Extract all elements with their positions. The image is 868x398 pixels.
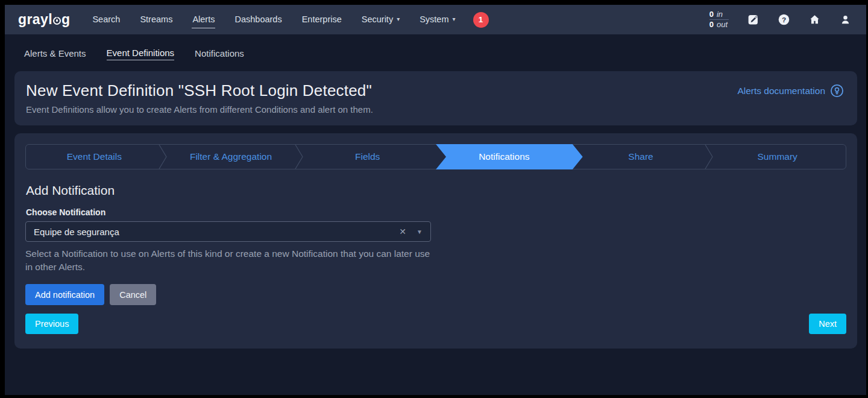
logo-target-o-icon <box>53 17 61 25</box>
wizard-step-event-details[interactable]: Event Details <box>26 145 163 169</box>
user-icon[interactable] <box>839 13 852 26</box>
nav-item-dashboards[interactable]: Dashboards <box>234 11 282 28</box>
add-notification-button[interactable]: Add notification <box>25 284 104 305</box>
step-separator-chevron <box>295 145 303 169</box>
help-icon[interactable]: ? <box>778 13 790 26</box>
wizard-steps-bar: Event Details Filter & Aggregation Field… <box>25 144 846 169</box>
wizard-step-fields[interactable]: Fields <box>299 145 436 169</box>
wizard-step-notifications[interactable]: Notifications <box>436 145 573 169</box>
clear-icon[interactable]: ✕ <box>399 227 406 236</box>
main-nav: Search Streams Alerts Dashboards Enterpr… <box>92 11 456 28</box>
step-separator-chevron <box>159 145 167 169</box>
nav-item-system[interactable]: System▾ <box>419 11 456 28</box>
throughput-in: 0in <box>709 10 729 20</box>
logo-text-suffix: g <box>61 11 70 28</box>
graylog-logo[interactable]: graylg <box>18 11 70 28</box>
notification-help-text: Select a Notification to use on Alerts o… <box>25 247 434 274</box>
notification-select[interactable]: Equipe de segurança ✕ ▼ <box>25 221 431 242</box>
next-step-button[interactable]: Next <box>809 314 846 334</box>
nav-item-enterprise[interactable]: Enterprise <box>301 11 342 28</box>
wizard-step-summary[interactable]: Summary <box>709 145 846 169</box>
choose-notification-label: Choose Notification <box>26 207 846 217</box>
subnav-item-event-definitions[interactable]: Event Definitions <box>107 48 175 60</box>
top-navbar: graylg Search Streams Alerts Dashboards … <box>5 5 866 34</box>
wizard-pager-row: Previous Next <box>25 314 846 334</box>
subnav-item-notifications[interactable]: Notifications <box>195 48 244 60</box>
lightbulb-icon <box>830 84 844 98</box>
edit-icon[interactable] <box>747 13 760 26</box>
form-buttons-row: Add notification Cancel <box>25 284 846 305</box>
dropdown-arrow-icon[interactable]: ▼ <box>417 229 423 235</box>
notification-count-badge[interactable]: 1 <box>473 12 489 28</box>
throughput-indicator: 0in 0out <box>709 10 729 30</box>
event-definition-wizard-panel: Event Details Filter & Aggregation Field… <box>14 133 857 349</box>
nav-item-alerts[interactable]: Alerts <box>192 11 215 28</box>
caret-down-icon: ▾ <box>397 16 400 22</box>
previous-step-button[interactable]: Previous <box>25 314 78 334</box>
home-icon[interactable] <box>808 13 821 26</box>
nav-item-security[interactable]: Security▾ <box>361 11 400 28</box>
nav-item-streams[interactable]: Streams <box>139 11 173 28</box>
wizard-step-filter-aggregation[interactable]: Filter & Aggregation <box>163 145 300 169</box>
svg-text:?: ? <box>782 16 786 24</box>
alerts-documentation-link[interactable]: Alerts documentation <box>737 84 844 98</box>
caret-down-icon: ▾ <box>453 16 456 22</box>
cancel-button[interactable]: Cancel <box>110 284 156 305</box>
page-header-panel: New Event Definition "SSH Root Login Det… <box>14 71 857 125</box>
alerts-subnav: Alerts & Events Event Definitions Notifi… <box>5 34 866 71</box>
page-title: New Event Definition "SSH Root Login Det… <box>26 81 844 100</box>
section-heading: Add Notification <box>26 183 846 198</box>
nav-item-search[interactable]: Search <box>92 11 121 28</box>
step-separator-chevron <box>705 145 713 169</box>
notification-select-value: Equipe de segurança <box>34 227 399 237</box>
subnav-item-alerts-events[interactable]: Alerts & Events <box>24 48 86 60</box>
page-subtitle: Event Definitions allow you to create Al… <box>26 104 844 115</box>
wizard-step-share[interactable]: Share <box>573 145 709 169</box>
navbar-right-group: 0in 0out ? <box>709 10 852 30</box>
logo-text-prefix: grayl <box>18 11 52 28</box>
graylog-app: graylg Search Streams Alerts Dashboards … <box>5 5 866 395</box>
throughput-out: 0out <box>709 20 729 30</box>
